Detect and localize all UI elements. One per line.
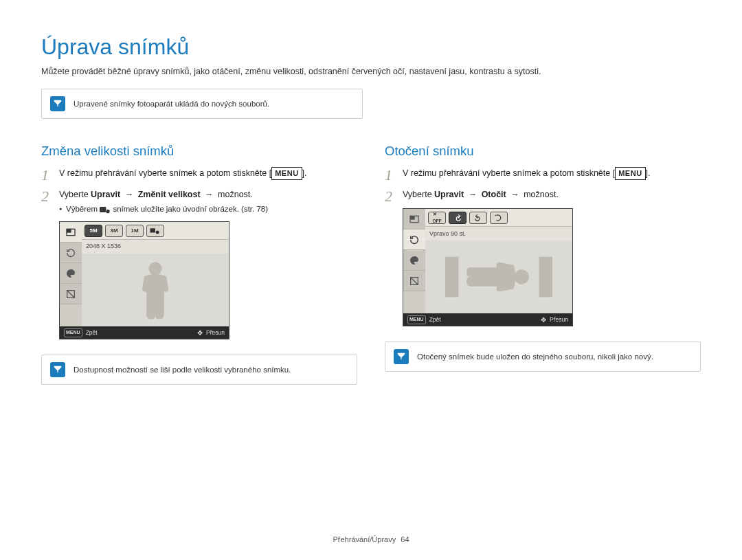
rail-palette-icon bbox=[403, 250, 425, 271]
status-line: Vpravo 90 st. bbox=[425, 227, 572, 240]
heading-rotate: Otočení snímku bbox=[385, 144, 701, 159]
rotate-step-2: 2 Vyberte Upravit → Otočit → možnost. ✕O… bbox=[385, 188, 701, 326]
chip-start-image-icon bbox=[146, 225, 164, 237]
chip-right90-icon bbox=[449, 212, 466, 224]
step-body: V režimu přehrávání vyberte snímek a pot… bbox=[59, 167, 357, 183]
svg-point-13 bbox=[514, 270, 528, 284]
step2-b2: Otočit bbox=[482, 190, 506, 199]
status-line: 2048 X 1536 bbox=[82, 240, 229, 254]
chip-off-icon: ✕OFF bbox=[428, 212, 446, 224]
rail-resize-icon bbox=[60, 222, 82, 243]
svg-rect-11 bbox=[445, 257, 459, 298]
bb-left: MENU Zpět bbox=[407, 315, 441, 324]
menu-button: MENU bbox=[271, 167, 302, 180]
rotate-step-1: 1 V režimu přehrávání vyberte snímek a p… bbox=[385, 167, 701, 183]
step1-pre: V režimu přehrávání vyberte snímek a pot… bbox=[59, 168, 269, 178]
camera-screen-resize: 5M 3M 1M 2048 X 1536 bbox=[59, 221, 229, 339]
bottom-bar: MENU Zpět ✥ Přesun bbox=[403, 313, 572, 326]
screen-preview: ✕OFF Vpravo 90 st. bbox=[403, 209, 572, 313]
nav-cross-icon: ✥ bbox=[541, 315, 546, 326]
menu-button: MENU bbox=[615, 167, 645, 180]
chip-5m: 5M bbox=[85, 225, 102, 237]
note-text-top: Upravené snímky fotoaparát ukládá do nov… bbox=[74, 100, 269, 108]
arrow-icon: → bbox=[203, 190, 216, 199]
step-number-2: 2 bbox=[385, 188, 403, 326]
top-row-chips: 5M 3M 1M bbox=[82, 222, 229, 240]
bb-left: MENU Zpět bbox=[64, 328, 98, 337]
top-row-chips: ✕OFF bbox=[425, 209, 572, 227]
page-title: Úprava snímků bbox=[41, 34, 701, 60]
rail-palette-icon bbox=[60, 263, 82, 284]
chip-left90-icon bbox=[469, 212, 487, 224]
two-columns: Změna velikosti snímků 1 V režimu přehrá… bbox=[41, 144, 701, 400]
screen-preview: 5M 3M 1M 2048 X 1536 bbox=[60, 222, 229, 326]
svg-rect-0 bbox=[100, 207, 106, 212]
menu-label-icon: MENU bbox=[407, 315, 426, 324]
step-body: Vyberte Upravit → Změnit velikost → možn… bbox=[59, 188, 357, 339]
move-label: Přesun bbox=[550, 315, 568, 324]
step-number-1: 1 bbox=[385, 167, 403, 183]
step2-post: možnost. bbox=[524, 190, 559, 199]
note-box-left: Dostupnost možností se liší podle veliko… bbox=[41, 355, 357, 385]
svg-point-6 bbox=[156, 230, 159, 234]
arrow-icon: → bbox=[466, 190, 479, 199]
step-number-1: 1 bbox=[41, 167, 59, 183]
bullet-line: Výběrem snímek uložíte jako úvodní obráz… bbox=[59, 203, 357, 216]
step2-pre: Vyberte bbox=[403, 190, 434, 199]
bb-right: ✥ Přesun bbox=[541, 315, 568, 326]
note-icon bbox=[50, 362, 65, 377]
note-text-right: Otočený snímek bude uložen do stejného s… bbox=[417, 352, 653, 361]
svg-point-1 bbox=[106, 210, 110, 213]
bottom-bar: MENU Zpět ✥ Přesun bbox=[60, 326, 229, 339]
note-icon bbox=[50, 96, 65, 111]
rail-adjust-icon bbox=[403, 271, 425, 291]
chip-3m: 3M bbox=[105, 225, 123, 237]
left-rail bbox=[60, 222, 82, 326]
chip-180-icon bbox=[490, 212, 508, 224]
step-body: Vyberte Upravit → Otočit → možnost. ✕OFF bbox=[403, 188, 701, 326]
back-label: Zpět bbox=[86, 328, 98, 337]
rail-rotate-icon bbox=[403, 229, 425, 250]
move-label: Přesun bbox=[206, 328, 225, 337]
step2-pre: Vyberte bbox=[59, 190, 91, 199]
footer-page: 64 bbox=[401, 535, 409, 544]
arrow-icon: → bbox=[122, 190, 135, 199]
menu-label-icon: MENU bbox=[64, 328, 82, 337]
note-box-top: Upravené snímky fotoaparát ukládá do nov… bbox=[41, 89, 363, 119]
step2-b1: Upravit bbox=[434, 190, 464, 199]
col-resize: Změna velikosti snímků 1 V režimu přehrá… bbox=[41, 144, 357, 400]
step-number-2: 2 bbox=[41, 188, 59, 339]
page-footer: Přehrávání/Úpravy 64 bbox=[0, 535, 742, 544]
step1-pre: V režimu přehrávání vyberte snímek a pot… bbox=[403, 168, 613, 178]
step2-b2: Změnit velikost bbox=[138, 190, 201, 199]
step1-post: . bbox=[648, 168, 650, 178]
resize-step-2: 2 Vyberte Upravit → Změnit velikost → mo… bbox=[41, 188, 357, 339]
rail-adjust-icon bbox=[60, 284, 82, 304]
svg-rect-3 bbox=[67, 229, 71, 232]
rail-rotate-icon bbox=[60, 243, 82, 263]
heading-resize: Změna velikosti snímků bbox=[41, 144, 357, 159]
bb-right: ✥ Přesun bbox=[197, 328, 225, 339]
col-rotate: Otočení snímku 1 V režimu přehrávání vyb… bbox=[385, 144, 701, 400]
preview-image bbox=[82, 254, 229, 326]
preview-image bbox=[425, 240, 572, 313]
back-label: Zpět bbox=[429, 315, 441, 324]
bullet-pre: Výběrem bbox=[66, 205, 100, 213]
step2-post: možnost. bbox=[218, 190, 253, 199]
left-rail bbox=[403, 209, 425, 313]
resize-step-1: 1 V režimu přehrávání vyberte snímek a p… bbox=[41, 167, 357, 183]
note-box-right: Otočený snímek bude uložen do stejného s… bbox=[385, 341, 701, 372]
note-text-left: Dostupnost možností se liší podle veliko… bbox=[74, 366, 291, 374]
step-body: V režimu přehrávání vyberte snímek a pot… bbox=[403, 167, 701, 183]
camera-screen-rotate: ✕OFF Vpravo 90 st. bbox=[403, 208, 573, 326]
step2-b1: Upravit bbox=[91, 190, 120, 199]
step1-post: . bbox=[304, 168, 306, 178]
svg-rect-12 bbox=[539, 257, 553, 298]
footer-section: Přehrávání/Úpravy bbox=[333, 535, 396, 544]
chip-1m: 1M bbox=[126, 225, 144, 237]
arrow-icon: → bbox=[508, 190, 521, 199]
svg-rect-5 bbox=[150, 228, 156, 232]
start-image-icon bbox=[100, 205, 111, 214]
rail-resize-icon bbox=[403, 209, 425, 229]
intro-text: Můžete provádět běžné úpravy snímků, jak… bbox=[41, 67, 701, 76]
